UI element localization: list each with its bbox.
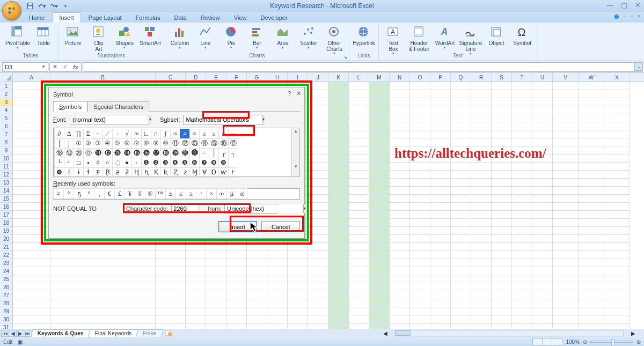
cell-C24[interactable] — [156, 267, 186, 275]
minimize-icon[interactable]: — — [606, 1, 613, 9]
cell-B21[interactable] — [50, 243, 156, 251]
cell-U6[interactable] — [532, 122, 553, 130]
cell-W20[interactable] — [579, 235, 604, 243]
sheet-tab-3[interactable]: Frase — [136, 329, 163, 337]
cell-V24[interactable] — [553, 267, 579, 275]
cell-K18[interactable] — [328, 219, 349, 227]
cell-N18[interactable] — [390, 219, 410, 227]
cell-P1[interactable] — [430, 82, 451, 90]
cell-K19[interactable] — [328, 227, 349, 235]
cell-P27[interactable] — [430, 291, 451, 299]
cell-M31[interactable] — [369, 323, 390, 329]
cell-Q24[interactable] — [451, 267, 471, 275]
col-header-P[interactable]: P — [430, 73, 451, 82]
cell-T11[interactable] — [512, 163, 532, 171]
page-break-view-icon[interactable] — [552, 338, 562, 345]
cell-M12[interactable] — [369, 171, 390, 179]
cell-P19[interactable] — [430, 227, 451, 235]
cell-J21[interactable] — [308, 243, 328, 251]
cell-E23[interactable] — [206, 259, 226, 267]
symbol-cell[interactable]: Δ — [64, 129, 74, 139]
symbol-cell[interactable]: ④ — [103, 138, 113, 149]
cell-A26[interactable] — [13, 283, 50, 291]
cell-S24[interactable] — [492, 267, 512, 275]
cell-M18[interactable] — [369, 219, 390, 227]
row-header-15[interactable]: 15 — [0, 195, 12, 203]
symbol-cell[interactable]: ⓴ — [180, 148, 190, 158]
cell-V12[interactable] — [553, 171, 579, 179]
cell-O25[interactable] — [410, 275, 430, 283]
cell-O1[interactable] — [410, 82, 430, 90]
cell-P23[interactable] — [430, 259, 451, 267]
symbol-cell[interactable]: ∞ — [131, 129, 142, 139]
insert-button[interactable]: Insert — [218, 221, 257, 232]
ribbon-table[interactable]: Table — [31, 24, 56, 46]
cell-U19[interactable] — [532, 227, 553, 235]
col-header-A[interactable]: A — [13, 73, 50, 82]
cell-X30[interactable] — [604, 315, 630, 323]
symbol-cell[interactable]: − — [199, 148, 209, 158]
cell-P6[interactable] — [430, 122, 451, 130]
cell-Q23[interactable] — [451, 259, 471, 267]
col-header-I[interactable]: I — [288, 73, 308, 82]
name-box[interactable]: D3 ▼ — [2, 62, 48, 72]
cell-L22[interactable] — [349, 251, 369, 259]
cell-B22[interactable] — [50, 251, 156, 259]
cell-A6[interactable] — [13, 122, 50, 130]
enter-formula-icon[interactable]: ✓ — [60, 63, 70, 70]
cell-P21[interactable] — [430, 243, 451, 251]
cell-Q22[interactable] — [451, 251, 471, 259]
cell-F30[interactable] — [226, 315, 247, 323]
cell-T31[interactable] — [512, 323, 532, 329]
cell-L1[interactable] — [349, 82, 369, 90]
cell-U3[interactable] — [532, 98, 553, 106]
col-header-T[interactable]: T — [512, 73, 532, 82]
cell-N25[interactable] — [390, 275, 410, 283]
cell-D24[interactable] — [186, 267, 206, 275]
cell-L14[interactable] — [349, 187, 369, 195]
cell-J17[interactable] — [308, 211, 328, 219]
cell-B30[interactable] — [50, 315, 156, 323]
cell-L10[interactable] — [349, 154, 369, 163]
cell-L18[interactable] — [349, 219, 369, 227]
cell-O18[interactable] — [410, 219, 430, 227]
cell-M4[interactable] — [369, 106, 390, 114]
cell-F26[interactable] — [226, 283, 247, 291]
cell-P29[interactable] — [430, 307, 451, 315]
cell-S7[interactable] — [492, 130, 512, 138]
select-all-button[interactable] — [0, 73, 13, 82]
cell-J18[interactable] — [308, 219, 328, 227]
cell-E21[interactable] — [206, 243, 226, 251]
symbol-grid[interactable]: ∂Δ∏Σ−∕∙√∞∟∩∫≈≠≡≤≥⌂⌐⌠⌡①②③④⑤⑥⑦⑧⑨⑩⑪⑫⑬⑭⑮⑯⑰⑱⑲… — [53, 128, 300, 177]
cell-U30[interactable] — [532, 315, 553, 323]
cell-R16[interactable] — [471, 203, 492, 211]
row-header-7[interactable]: 7 — [0, 130, 12, 138]
symbol-cell[interactable]: ⑩ — [160, 138, 171, 149]
ribbon-column[interactable]: Column▾ — [167, 24, 192, 50]
dialog-tab-symbols[interactable]: Symbols — [53, 101, 87, 112]
symbol-cell[interactable]: ⓰ — [141, 148, 151, 158]
font-input[interactable] — [70, 115, 149, 124]
cell-J8[interactable] — [308, 138, 328, 146]
cell-Q2[interactable] — [451, 90, 471, 98]
cell-M19[interactable] — [369, 227, 390, 235]
cell-V27[interactable] — [553, 291, 579, 299]
symbol-cell[interactable]: ⓯ — [131, 148, 142, 158]
recent-symbol[interactable]: ≠ — [53, 188, 64, 199]
symbol-cell[interactable]: └ — [54, 158, 64, 168]
col-header-S[interactable]: S — [492, 73, 512, 82]
symbol-cell[interactable]: ❶ — [141, 158, 151, 168]
cell-O19[interactable] — [410, 227, 430, 235]
cell-U1[interactable] — [532, 82, 553, 90]
row-header-10[interactable]: 10 — [0, 154, 12, 163]
cell-B26[interactable] — [50, 283, 156, 291]
cell-G24[interactable] — [247, 267, 267, 275]
symbol-cell[interactable]: ⑦ — [131, 138, 142, 149]
cell-K17[interactable] — [328, 211, 349, 219]
cell-T8[interactable] — [512, 138, 532, 146]
cell-M14[interactable] — [369, 187, 390, 195]
cell-N28[interactable] — [390, 299, 410, 307]
cell-V23[interactable] — [553, 259, 579, 267]
cell-Q19[interactable] — [451, 227, 471, 235]
row-header-18[interactable]: 18 — [0, 219, 12, 227]
